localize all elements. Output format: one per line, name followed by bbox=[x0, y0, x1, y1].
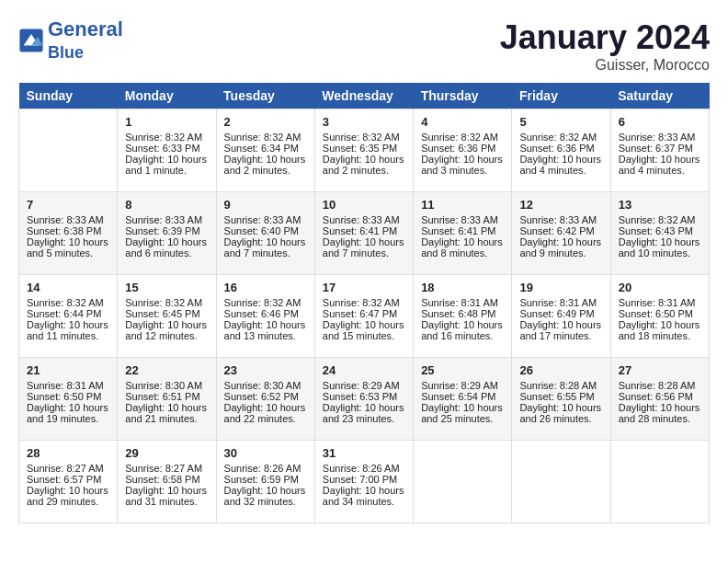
calendar-cell: 29Sunrise: 8:27 AMSunset: 6:58 PMDayligh… bbox=[118, 441, 216, 523]
day-info-line: and 2 minutes. bbox=[323, 165, 405, 176]
day-info-line: Sunrise: 8:33 AM bbox=[125, 214, 208, 225]
day-info-line: Sunset: 6:47 PM bbox=[323, 308, 405, 319]
day-info-line: Sunrise: 8:32 AM bbox=[27, 297, 109, 308]
weekday-friday: Friday bbox=[512, 83, 610, 109]
day-info-line: and 7 minutes. bbox=[224, 247, 307, 259]
day-info-line: Daylight: 10 hours bbox=[224, 236, 307, 247]
day-info-line: Sunrise: 8:32 AM bbox=[224, 297, 307, 308]
day-info-line: Sunset: 6:38 PM bbox=[27, 225, 109, 236]
day-info-line: Sunrise: 8:31 AM bbox=[519, 297, 602, 308]
calendar-cell: 13Sunrise: 8:32 AMSunset: 6:43 PMDayligh… bbox=[610, 192, 709, 275]
day-info-line: and 25 minutes. bbox=[421, 413, 504, 424]
day-info-line: Daylight: 10 hours bbox=[421, 319, 504, 330]
day-info-line: Daylight: 10 hours bbox=[125, 485, 208, 496]
calendar-cell: 15Sunrise: 8:32 AMSunset: 6:45 PMDayligh… bbox=[118, 275, 216, 358]
day-info-line: Sunset: 6:58 PM bbox=[125, 474, 208, 485]
day-info-line: Sunrise: 8:26 AM bbox=[224, 463, 307, 474]
day-info-line: Sunrise: 8:28 AM bbox=[619, 380, 701, 391]
day-info-line: Sunrise: 8:27 AM bbox=[125, 463, 208, 474]
day-info-line: Sunset: 7:00 PM bbox=[323, 474, 405, 485]
day-info-line: Daylight: 10 hours bbox=[421, 236, 504, 247]
calendar-cell: 31Sunrise: 8:26 AMSunset: 7:00 PMDayligh… bbox=[314, 441, 413, 523]
day-info-line: and 34 minutes. bbox=[323, 496, 405, 507]
day-info-line: Sunset: 6:59 PM bbox=[224, 474, 307, 485]
title-area: January 2024 Guisser, Morocco bbox=[500, 18, 710, 74]
calendar-body: 1Sunrise: 8:32 AMSunset: 6:33 PMDaylight… bbox=[19, 109, 710, 523]
day-info-line: Sunrise: 8:33 AM bbox=[519, 214, 602, 225]
calendar-cell: 18Sunrise: 8:31 AMSunset: 6:48 PMDayligh… bbox=[414, 275, 512, 358]
calendar-cell bbox=[610, 441, 709, 523]
day-info-line: Daylight: 10 hours bbox=[323, 154, 405, 165]
day-number: 15 bbox=[125, 281, 208, 294]
day-info-line: Sunrise: 8:28 AM bbox=[519, 380, 602, 391]
week-row-2: 7Sunrise: 8:33 AMSunset: 6:38 PMDaylight… bbox=[19, 192, 710, 275]
day-info-line: Sunset: 6:49 PM bbox=[519, 308, 602, 319]
day-info-line: Sunset: 6:41 PM bbox=[421, 225, 504, 236]
calendar-cell: 20Sunrise: 8:31 AMSunset: 6:50 PMDayligh… bbox=[610, 275, 709, 358]
day-number: 23 bbox=[224, 363, 307, 377]
day-info-line: Daylight: 10 hours bbox=[323, 402, 405, 413]
day-info-line: and 28 minutes. bbox=[619, 413, 701, 424]
day-number: 19 bbox=[519, 281, 602, 294]
day-info-line: Sunset: 6:52 PM bbox=[224, 391, 307, 402]
day-info-line: Daylight: 10 hours bbox=[619, 319, 701, 330]
week-row-3: 14Sunrise: 8:32 AMSunset: 6:44 PMDayligh… bbox=[19, 275, 710, 358]
day-info-line: and 8 minutes. bbox=[421, 247, 504, 259]
calendar-cell: 6Sunrise: 8:33 AMSunset: 6:37 PMDaylight… bbox=[610, 109, 709, 192]
day-info-line: Sunrise: 8:32 AM bbox=[125, 132, 208, 143]
day-info-line: and 18 minutes. bbox=[619, 330, 701, 341]
day-info-line: Daylight: 10 hours bbox=[125, 319, 208, 330]
day-number: 10 bbox=[323, 198, 405, 212]
weekday-sunday: Sunday bbox=[19, 83, 118, 109]
day-info-line: and 10 minutes. bbox=[619, 247, 701, 259]
logo-icon bbox=[18, 28, 44, 53]
day-number: 8 bbox=[125, 198, 208, 212]
day-info-line: and 11 minutes. bbox=[27, 330, 109, 341]
day-info-line: and 21 minutes. bbox=[125, 413, 208, 424]
day-info-line: Sunrise: 8:30 AM bbox=[125, 380, 208, 391]
day-number: 3 bbox=[323, 115, 405, 129]
day-info-line: Sunset: 6:56 PM bbox=[619, 391, 701, 402]
calendar-cell: 9Sunrise: 8:33 AMSunset: 6:40 PMDaylight… bbox=[216, 192, 314, 275]
calendar-cell: 4Sunrise: 8:32 AMSunset: 6:36 PMDaylight… bbox=[414, 109, 512, 192]
day-number: 11 bbox=[421, 198, 504, 212]
day-info-line: Daylight: 10 hours bbox=[619, 236, 701, 247]
day-info-line: and 23 minutes. bbox=[323, 413, 405, 424]
weekday-header-row: SundayMondayTuesdayWednesdayThursdayFrid… bbox=[19, 83, 710, 109]
logo-general: General bbox=[48, 17, 123, 40]
day-info-line: and 22 minutes. bbox=[224, 413, 307, 424]
calendar-cell: 12Sunrise: 8:33 AMSunset: 6:42 PMDayligh… bbox=[512, 192, 610, 275]
day-info-line: and 4 minutes. bbox=[519, 165, 602, 176]
day-info-line: Daylight: 10 hours bbox=[519, 402, 602, 413]
day-number: 31 bbox=[323, 446, 405, 460]
day-info-line: Sunrise: 8:32 AM bbox=[519, 132, 602, 143]
weekday-saturday: Saturday bbox=[610, 83, 709, 109]
day-info-line: Sunrise: 8:33 AM bbox=[323, 214, 405, 225]
day-info-line: Sunrise: 8:32 AM bbox=[323, 297, 405, 308]
day-number: 28 bbox=[27, 446, 109, 460]
day-number: 24 bbox=[323, 363, 405, 377]
day-info-line: Daylight: 10 hours bbox=[224, 402, 307, 413]
day-info-line: and 29 minutes. bbox=[27, 496, 109, 507]
calendar-cell: 11Sunrise: 8:33 AMSunset: 6:41 PMDayligh… bbox=[414, 192, 512, 275]
weekday-thursday: Thursday bbox=[414, 83, 512, 109]
week-row-5: 28Sunrise: 8:27 AMSunset: 6:57 PMDayligh… bbox=[19, 441, 710, 523]
day-info-line: Sunrise: 8:32 AM bbox=[224, 132, 307, 143]
day-info-line: Sunset: 6:43 PM bbox=[619, 225, 701, 236]
day-info-line: Sunrise: 8:33 AM bbox=[421, 214, 504, 225]
calendar-table: SundayMondayTuesdayWednesdayThursdayFrid… bbox=[18, 83, 710, 523]
day-info-line: Daylight: 10 hours bbox=[421, 402, 504, 413]
week-row-1: 1Sunrise: 8:32 AMSunset: 6:33 PMDaylight… bbox=[19, 109, 710, 192]
day-info-line: Daylight: 10 hours bbox=[323, 319, 405, 330]
calendar-cell: 16Sunrise: 8:32 AMSunset: 6:46 PMDayligh… bbox=[216, 275, 314, 358]
day-number: 17 bbox=[323, 281, 405, 294]
day-info-line: Sunset: 6:42 PM bbox=[519, 225, 602, 236]
day-number: 4 bbox=[421, 115, 504, 129]
day-info-line: and 32 minutes. bbox=[224, 496, 307, 507]
day-info-line: and 19 minutes. bbox=[27, 413, 109, 424]
logo-blue: Blue bbox=[48, 43, 84, 62]
calendar-cell: 27Sunrise: 8:28 AMSunset: 6:56 PMDayligh… bbox=[610, 358, 709, 441]
day-info-line: and 3 minutes. bbox=[421, 165, 504, 176]
day-info-line: and 6 minutes. bbox=[125, 247, 208, 259]
day-info-line: and 7 minutes. bbox=[323, 247, 405, 259]
